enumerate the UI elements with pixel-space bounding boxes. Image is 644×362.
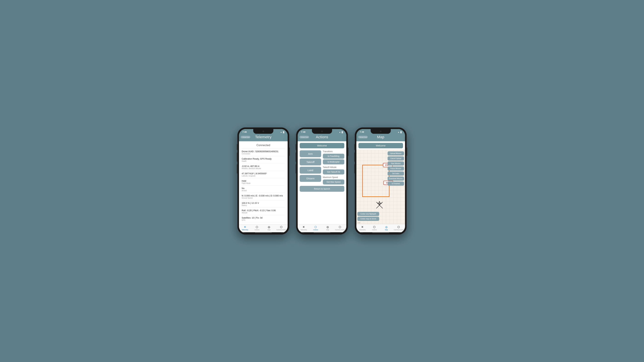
to-fixedwing-button[interactable]: to FixedWing xyxy=(323,154,344,159)
upload-mission-button[interactable]: Upload Mission xyxy=(388,151,404,156)
telemetry-tab-icon-m: ✕ xyxy=(361,225,364,229)
battery-icon-map: ▓ xyxy=(400,131,402,133)
tab-telemetry[interactable]: ✕ Telemetry xyxy=(240,225,250,231)
telemetry-row: Hold Flight Mode xyxy=(242,178,285,186)
telemetry-label: Attitude xyxy=(242,212,285,214)
disarm-button[interactable]: Disarm xyxy=(300,175,321,182)
download-mission-button[interactable]: Download Mission xyxy=(388,176,404,181)
map-tab-label-t: Map xyxy=(268,229,270,231)
to-multicopter-button[interactable]: to Multicopter xyxy=(323,159,344,164)
takeoff-button[interactable]: Takeoff xyxy=(300,159,321,165)
telemetry-tab-icon-a: ✕ xyxy=(302,225,305,229)
welcome-bar-map: Welcome xyxy=(358,143,403,148)
telemetry-label: Health xyxy=(242,160,285,162)
actions-tab-icon-m: ⬡ xyxy=(373,225,376,229)
telemetry-label: Ground Speed xyxy=(242,197,285,199)
drone-core-badge-actions[interactable]: Drone Core xyxy=(299,136,309,138)
land-button[interactable]: Land xyxy=(300,167,321,174)
wifi-icon-actions: ▲ xyxy=(339,131,341,133)
telemetry-label: GPS xyxy=(242,219,285,221)
tab-camera-a[interactable]: ⬡ Camera Action xyxy=(335,225,345,231)
telemetry-row: -0.02 m, 487.99 m Relative, absolute alt… xyxy=(242,164,285,171)
telemetry-value: Satellites: 10 | Fix: 3d xyxy=(242,217,285,219)
tab-map-a[interactable]: ◎ Map xyxy=(323,225,332,231)
telemetry-label: Battery xyxy=(242,204,285,206)
battery-icon: ▓ xyxy=(283,131,284,133)
telemetry-label: Armed xyxy=(242,190,285,192)
connected-label: Connected xyxy=(242,141,285,149)
status-time-map: 7:49 xyxy=(360,131,364,133)
telemetry-label: Flight Mode xyxy=(242,182,285,184)
cancel-upload-button[interactable]: Cancel Upload xyxy=(388,156,404,161)
map-sidebar: Upload Mission Cancel Upload Start Missi… xyxy=(386,150,405,224)
tab-map-t[interactable]: ◎ Map xyxy=(264,225,274,231)
status-time: 7:49 xyxy=(242,131,247,133)
telemetry-value: No xyxy=(242,187,285,190)
page-title-actions: Actions xyxy=(316,135,328,139)
drone-core-badge-map[interactable]: Drone Core xyxy=(358,136,368,138)
telemetry-row: Calibration Ready, GPS Ready Health xyxy=(242,156,285,164)
telemetry-value: 100.0 % | 12.15 V xyxy=(242,202,285,204)
telemetry-label: Connection xyxy=(242,153,285,155)
telemetry-value: Calibration Ready, GPS Ready xyxy=(242,158,285,160)
camera-tab-icon-t: ⬡ xyxy=(280,225,282,229)
telemetry-content: Connected Drone UUID : 52839200586314092… xyxy=(239,141,288,224)
telemetry-value: Drone UUID : 5283920058631409231 xyxy=(242,150,285,153)
camera-tab-label-a: Camera Action xyxy=(335,229,345,231)
tab-camera-t[interactable]: ⬡ Camera Action xyxy=(276,225,286,231)
tab-bar-telemetry: ✕ Telemetry ⬡ Actions ◎ Map ⬡ Camera Act… xyxy=(239,224,288,232)
tab-telemetry-m[interactable]: ✕ Telemetry xyxy=(358,225,367,231)
welcome-bar-actions: Welcome xyxy=(300,143,344,148)
telemetry-tab-label: Telemetry xyxy=(242,229,248,231)
svg-text:✛: ✛ xyxy=(377,200,382,206)
tab-bar-actions: ✕ Telemetry ⬡ Actions ◎ Map ⬡ Camera Act… xyxy=(298,224,346,232)
actions-content: Welcome Arm Takeoff Land Disarm Transiti… xyxy=(298,141,346,224)
set-index-button[interactable]: Set Index xyxy=(388,171,404,176)
max-speed-label: Maximum Speed xyxy=(323,176,344,178)
is-finished-button[interactable]: Is Finished xyxy=(388,182,404,186)
page-title-map: Map xyxy=(377,135,384,139)
telemetry-tab-icon: ✕ xyxy=(244,225,246,229)
actions-tab-label-a: Actions xyxy=(313,229,318,231)
map-tab-icon-t: ◎ xyxy=(268,225,270,229)
tab-actions-t[interactable]: ⬡ Actions xyxy=(252,225,262,231)
telemetry-row: N: 0.000 m/s | E: -0.030 m/s | D: 0.000 … xyxy=(242,193,285,200)
telemetry-tab-label-m: Telemetry xyxy=(359,229,366,231)
actions-tab-label-t: Actions xyxy=(254,229,260,231)
drone-core-badge[interactable]: Drone Core xyxy=(241,136,250,138)
arm-button[interactable]: Arm xyxy=(300,150,321,157)
phone-actions: 7:49 ▲ ▓ Drone Core Actions Welcome Arm … xyxy=(296,127,348,235)
center-map-drone-button[interactable]: Center map on drone xyxy=(358,217,379,221)
tab-camera-m[interactable]: ⬡ Camera Action xyxy=(394,225,404,231)
telemetry-row: No Armed xyxy=(242,186,285,193)
tab-actions-m[interactable]: ⬡ Actions xyxy=(370,225,379,231)
map-area[interactable]: START STOP ✛ Upload Mission Cancel Uploa… xyxy=(356,150,405,224)
center-flightpath-button[interactable]: Center new flightpath xyxy=(358,212,379,216)
tab-actions-a[interactable]: ⬡ Actions xyxy=(311,225,320,231)
wifi-icon: ▲ xyxy=(280,131,282,133)
telemetry-row: Satellites: 10 | Fix: 3d GPS xyxy=(242,215,285,223)
start-mission-button[interactable]: Start Mission xyxy=(388,161,404,166)
tab-map-m[interactable]: ◎ Map xyxy=(382,225,391,231)
telemetry-value: Hold xyxy=(242,180,285,182)
battery-icon-actions: ▓ xyxy=(342,131,343,133)
actions-tab-icon-t: ⬡ xyxy=(256,225,258,229)
telemetry-row: 47.3977419° | 8.5455935° Latitude, longi… xyxy=(242,171,285,178)
actions-tab-label-m: Actions xyxy=(372,229,377,231)
map-content: Welcome START STOP ✛ xyxy=(356,141,405,224)
telemetry-row: Roll: -0.20 | Pitch: -0.13 | Yaw: 0.06 A… xyxy=(242,208,285,215)
telemetry-value: N: 0.000 m/s | E: -0.030 m/s | D: 0.000 … xyxy=(242,194,285,197)
pause-mission-button[interactable]: Pause Mission xyxy=(388,166,404,171)
get-takeoff-alt-button[interactable]: Get Takeoff Alt xyxy=(323,169,344,174)
return-to-launch-button[interactable]: Return to launch xyxy=(300,186,344,192)
app-header-telemetry: Drone Core Telemetry xyxy=(239,134,288,141)
transitions-label: Transitions xyxy=(323,150,344,153)
map-bottom-buttons: Center new flightpath Center map on dron… xyxy=(358,212,379,221)
telemetry-label: Relative, absolute altitude xyxy=(242,168,285,169)
phone-map: 7:49 ▲ ▓ Drone Core Map Welcome xyxy=(355,127,407,235)
get-max-speed-button[interactable]: Get Max Speed xyxy=(323,179,344,185)
telemetry-row: 100.0 % | 12.15 V Battery xyxy=(242,200,285,208)
tab-telemetry-a[interactable]: ✕ Telemetry xyxy=(299,225,308,231)
camera-tab-label-t: Camera Action xyxy=(276,229,286,231)
telemetry-value: -0.02 m, 487.99 m xyxy=(242,165,285,167)
